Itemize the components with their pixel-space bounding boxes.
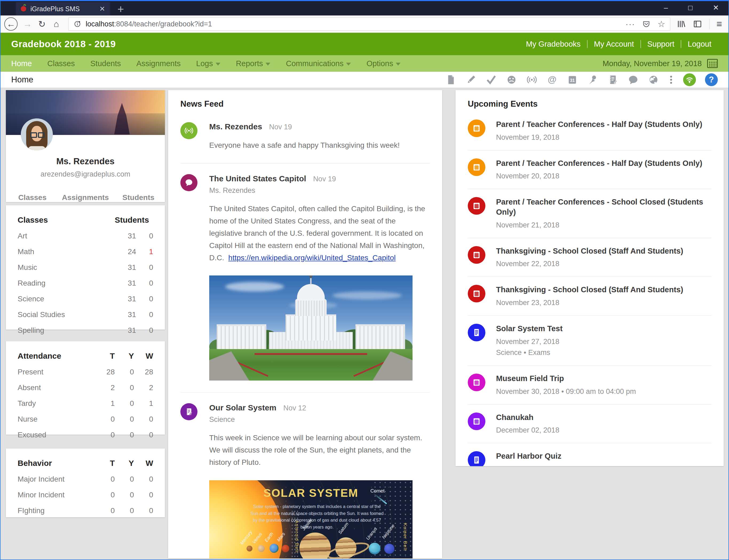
app-title: Gradebook 2018 - 2019 xyxy=(11,39,116,49)
email-at-icon[interactable]: @ xyxy=(547,74,558,85)
event-item[interactable]: Parent / Teacher Conferences - School Cl… xyxy=(468,189,711,238)
tab-close-icon[interactable]: ✕ xyxy=(99,5,105,12)
header-links: My Gradebooks My Account Support Logout xyxy=(520,40,718,49)
post-title[interactable]: The United States Capitol xyxy=(209,174,306,183)
nav-communications[interactable]: Communications xyxy=(286,59,351,68)
class-row[interactable]: Reading310 xyxy=(18,279,153,287)
behavior-card: Behavior TYW Major Incident000 Minor Inc… xyxy=(6,449,165,517)
new-document-icon[interactable] xyxy=(445,74,456,85)
window-controls: – □ ✕ xyxy=(654,0,729,15)
announcement-broadcast-icon[interactable] xyxy=(526,74,537,85)
maximize-button[interactable]: □ xyxy=(678,0,703,15)
event-item[interactable]: ChanukahDecember 02, 2018 xyxy=(468,404,711,443)
nav-home[interactable]: Home xyxy=(11,59,32,68)
home-button[interactable]: ⌂ xyxy=(49,17,63,31)
browser-toolbar: ← → ↻ ⌂ localhost:8084/teacher/gradebook… xyxy=(0,15,729,33)
post-date: Nov 19 xyxy=(313,175,336,183)
library-icon[interactable] xyxy=(676,19,686,29)
asteroid-belt-label: Asteroid Belt xyxy=(294,520,299,553)
event-item[interactable]: Museum Field TripNovember 30, 2018 • 09:… xyxy=(468,365,711,404)
class-row[interactable]: Social Studies310 xyxy=(18,310,153,319)
teacher-name: Ms. Rezendes xyxy=(6,156,165,166)
attendance-row: Absent202 xyxy=(18,383,153,392)
chevron-down-icon xyxy=(346,63,351,66)
event-item[interactable]: Thanksgiving - School Closed (Staff And … xyxy=(468,277,711,315)
classes-card-title: Classes xyxy=(18,215,115,225)
help-icon[interactable]: ? xyxy=(705,73,718,86)
post-author: Ms. Rezendes xyxy=(209,186,430,195)
logout-link[interactable]: Logout xyxy=(681,40,718,49)
globe-icon[interactable] xyxy=(648,74,659,85)
news-feed-title: News Feed xyxy=(180,99,430,109)
behavior-sad-face-icon[interactable] xyxy=(506,74,517,85)
pocket-icon[interactable] xyxy=(642,20,651,28)
avatar[interactable] xyxy=(21,118,53,150)
window-accent-line xyxy=(0,0,729,1)
more-options-kebab-icon[interactable] xyxy=(668,74,674,85)
class-row[interactable]: Science310 xyxy=(18,295,153,303)
post-title[interactable]: Our Solar System xyxy=(209,403,276,412)
event-calendar-icon xyxy=(468,197,485,215)
attendance-card: Attendance TYW Present28028 Absent202 Ta… xyxy=(6,341,165,435)
comet-label: Comet xyxy=(371,488,385,494)
students-column-header: Students xyxy=(115,215,153,225)
menu-icon[interactable]: ≡ xyxy=(716,18,722,30)
attendance-row: Tardy101 xyxy=(18,399,153,408)
reload-button[interactable]: ↻ xyxy=(35,17,49,31)
post-date: Nov 19 xyxy=(269,123,292,131)
event-item[interactable]: Solar System TestNovember 27, 2018Scienc… xyxy=(468,315,711,365)
calendar-icon[interactable] xyxy=(707,59,718,68)
event-item[interactable]: Parent / Teacher Conferences - Half Day … xyxy=(468,150,711,189)
event-item[interactable]: Pearl Harbor QuizDecember 06, 2018Social… xyxy=(468,443,711,466)
event-item[interactable]: Parent / Teacher Conferences - Half Day … xyxy=(468,111,711,150)
nav-classes[interactable]: Classes xyxy=(47,59,75,68)
pushpin-icon[interactable] xyxy=(587,74,598,85)
minimize-button[interactable]: – xyxy=(654,0,678,15)
bookmark-star-icon[interactable]: ☆ xyxy=(658,19,665,29)
class-row[interactable]: Music310 xyxy=(18,263,153,272)
notebook-icon[interactable] xyxy=(607,74,619,85)
my-gradebooks-link[interactable]: My Gradebooks xyxy=(520,40,587,49)
app-nav: Home Classes Students Assignments Logs R… xyxy=(0,55,729,72)
event-calendar-icon xyxy=(468,158,485,176)
announcement-icon xyxy=(180,122,197,139)
support-link[interactable]: Support xyxy=(641,40,681,49)
poster-subtitle: Solar system - planetary system that inc… xyxy=(250,503,384,530)
calendar-31-icon[interactable]: 31 xyxy=(567,74,578,85)
my-account-link[interactable]: My Account xyxy=(588,40,640,49)
site-info-icon[interactable] xyxy=(73,20,81,28)
browser-titlebar: iGradePlus SMS ✕ + – □ ✕ xyxy=(0,0,729,15)
toolbar-divider xyxy=(709,19,710,29)
back-button[interactable]: ← xyxy=(4,17,18,31)
browser-tab[interactable]: iGradePlus SMS ✕ xyxy=(16,2,110,15)
behavior-row: Major Incident000 xyxy=(18,475,153,483)
page-actions-icon[interactable]: ··· xyxy=(626,19,635,29)
message-bubble-icon[interactable] xyxy=(628,74,639,85)
news-post: Our Solar System Nov 12 Science This wee… xyxy=(180,392,430,558)
class-row[interactable]: Math241 xyxy=(18,247,153,256)
post-author[interactable]: Ms. Rezendes xyxy=(209,122,262,131)
close-button[interactable]: ✕ xyxy=(703,0,729,15)
url-text[interactable]: localhost:8084/teacher/gradebook?id=1 xyxy=(86,20,212,28)
nav-assignments[interactable]: Assignments xyxy=(136,59,181,68)
screenshot-root: iGradePlus SMS ✕ + – □ ✕ ← → ↻ ⌂ localho… xyxy=(0,0,729,560)
favicon-apple-icon xyxy=(21,6,26,11)
nav-logs[interactable]: Logs xyxy=(196,59,220,68)
grade-check-icon[interactable] xyxy=(486,74,497,85)
class-row[interactable]: Art310 xyxy=(18,232,153,240)
url-bar[interactable]: localhost:8084/teacher/gradebook?id=1 ··… xyxy=(68,17,670,31)
new-tab-button[interactable]: + xyxy=(117,3,124,15)
class-row[interactable]: Spelling310 xyxy=(18,326,153,335)
connection-status-icon[interactable] xyxy=(683,73,696,86)
sidebar-toggle-icon[interactable] xyxy=(693,19,702,29)
nav-students[interactable]: Students xyxy=(90,59,121,68)
wikipedia-link[interactable]: https://en.wikipedia.org/wiki/United_Sta… xyxy=(228,254,396,262)
current-date: Monday, November 19, 2018 xyxy=(603,59,718,68)
edit-pencil-icon[interactable] xyxy=(465,74,477,85)
event-item[interactable]: Thanksgiving - School Closed (Staff And … xyxy=(468,238,711,277)
nav-options[interactable]: Options xyxy=(367,59,401,68)
nav-reports[interactable]: Reports xyxy=(236,59,270,68)
teacher-email: arezendes@igradeplus.com xyxy=(6,170,165,178)
forward-button[interactable]: → xyxy=(20,17,35,31)
chevron-down-icon xyxy=(216,63,220,66)
